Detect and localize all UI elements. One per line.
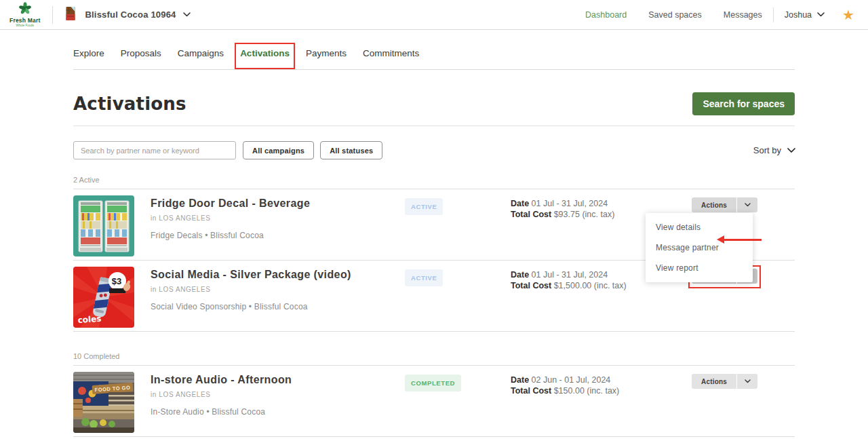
activation-meta: Social Video Sponsorship • Blissful Coco… [151, 302, 405, 311]
status-badge: COMPLETED [405, 375, 461, 392]
activation-location: in LOS ANGELES [151, 286, 405, 293]
favorites-star-icon[interactable]: ★ [842, 8, 854, 22]
logo-name: Fresh Mart [9, 18, 40, 24]
section-header-completed: 10 Completed [73, 352, 795, 366]
search-input[interactable] [73, 141, 236, 159]
actions-caret-button[interactable] [737, 374, 757, 389]
date-value: 02 Jun - 01 Jul, 2024 [532, 375, 611, 385]
status-badge: ACTIVE [405, 269, 443, 286]
cost-label: Total Cost [511, 210, 551, 219]
actions-caret-button[interactable] [737, 197, 757, 212]
page-title: Activations [73, 94, 186, 114]
menu-item-view-report[interactable]: View report [646, 258, 753, 278]
messages-link[interactable]: Messages [724, 10, 762, 20]
sort-by-dropdown[interactable]: Sort by [753, 145, 795, 155]
tab-payments[interactable]: Payments [306, 47, 347, 69]
cost-value: $1,500.00 (inc. tax) [554, 281, 627, 290]
sort-by-label: Sort by [753, 145, 781, 155]
activation-meta: In-Store Audio • Blissful Cocoa [151, 407, 405, 417]
brand-selector-label: Blissful Cocoa 10964 [85, 9, 176, 20]
price-tag-text: $3 [112, 276, 121, 286]
activation-row-fridge-door-decal: Fridge Door Decal - Beverage in LOS ANGE… [73, 189, 795, 261]
tab-proposals[interactable]: Proposals [121, 47, 161, 69]
activation-location: in LOS ANGELES [151, 214, 405, 222]
cost-value: $150.00 (inc. tax) [554, 386, 620, 396]
date-label: Date [511, 199, 529, 208]
actions-button-label[interactable]: Actions [692, 374, 736, 389]
activation-title[interactable]: In-store Audio - Afternoon [151, 374, 405, 386]
divider [73, 126, 795, 126]
leaf-logo-icon [15, 2, 35, 17]
saved-spaces-link[interactable]: Saved spaces [648, 10, 702, 20]
date-row: Date 02 Jun - 01 Jul, 2024 [511, 375, 692, 385]
actions-dropdown-menu: View details Message partner View report [646, 213, 753, 282]
date-label: Date [511, 375, 529, 385]
menu-item-view-details[interactable]: View details [646, 217, 753, 237]
brand-selector-dropdown[interactable]: Blissful Cocoa 10964 [65, 6, 190, 24]
status-badge: ACTIVE [405, 198, 443, 215]
tab-explore[interactable]: Explore [73, 47, 104, 69]
cost-value: $93.75 (inc. tax) [554, 210, 615, 219]
main-nav: Explore Proposals Campaigns Activations … [0, 30, 868, 70]
activation-meta: Fridge Decals • Blissful Cocoa [151, 231, 405, 240]
search-for-spaces-button[interactable]: Search for spaces [692, 92, 795, 115]
fridge-decal-thumbnail[interactable] [73, 195, 134, 256]
activation-row-instore-audio: FOOD TO GO In-store Audio - After [73, 366, 795, 437]
date-row: Date 01 Jul - 31 Jul, 2024 [511, 198, 692, 209]
cost-row: Total Cost $150.00 (inc. tax) [511, 385, 692, 396]
coles-logo-text: coles [77, 314, 102, 325]
tab-commitments[interactable]: Commitments [363, 47, 419, 69]
top-bar: Fresh Mart Whole Foods Blissful Cocoa 10… [0, 0, 868, 30]
user-menu[interactable]: Joshua [785, 10, 825, 20]
red-annotation-arrow [717, 235, 762, 244]
fresh-mart-logo[interactable]: Fresh Mart Whole Foods [9, 2, 40, 27]
tab-activations-label: Activations [240, 48, 290, 58]
actions-button-label[interactable]: Actions [692, 197, 736, 212]
chevron-down-icon [787, 148, 795, 153]
section-header-active: 2 Active [73, 176, 795, 189]
campaigns-filter-button[interactable]: All campaigns [243, 141, 314, 159]
tab-activations[interactable]: Activations [240, 47, 290, 69]
chocolate-bar-icon [65, 6, 76, 24]
user-name: Joshua [785, 10, 812, 20]
activation-title[interactable]: Fridge Door Decal - Beverage [151, 197, 405, 210]
chevron-down-icon [183, 12, 191, 17]
header-divider [52, 6, 53, 24]
logo-subtitle: Whole Foods [16, 24, 34, 28]
actions-split-button[interactable]: Actions [692, 374, 757, 389]
chevron-down-icon [817, 12, 825, 17]
cost-label: Total Cost [511, 281, 551, 290]
dashboard-link[interactable]: Dashboard [585, 10, 627, 20]
cost-label: Total Cost [511, 386, 551, 396]
date-value: 01 Jul - 31 Jul, 2024 [532, 270, 608, 280]
instore-audio-thumbnail[interactable]: FOOD TO GO [73, 372, 134, 433]
date-label: Date [511, 270, 529, 280]
actions-split-button[interactable]: Actions [692, 197, 757, 212]
activation-title[interactable]: Social Media - Silver Package (video) [151, 269, 405, 281]
activation-location: in LOS ANGELES [151, 391, 405, 398]
statuses-filter-button[interactable]: All statuses [320, 141, 382, 159]
social-media-thumbnail[interactable]: $3 coles [73, 267, 134, 328]
tab-campaigns[interactable]: Campaigns [178, 47, 224, 69]
date-value: 01 Jul - 31 Jul, 2024 [532, 199, 608, 208]
header-divider [773, 7, 774, 22]
